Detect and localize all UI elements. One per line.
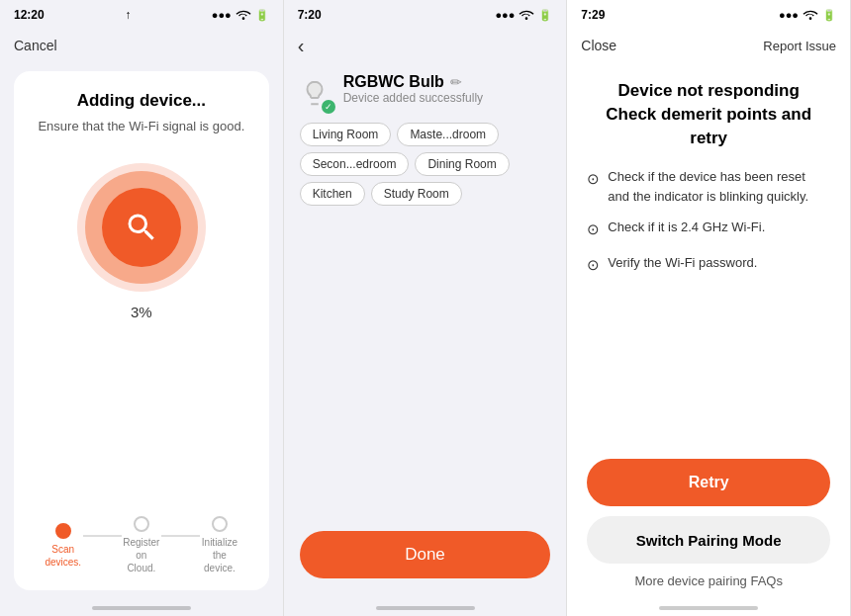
home-indicator-1: [92, 606, 191, 610]
check-text: Verify the Wi-Fi password.: [608, 253, 757, 273]
error-content: Device not responding Check demerit poin…: [567, 63, 850, 598]
status-time-2: 7:20: [298, 8, 322, 22]
adding-device-panel: 12:20 ↑ ●●● 🔋 Cancel Adding device... En…: [0, 0, 284, 616]
search-circle: [102, 188, 181, 267]
status-bar-2: 7:20 ●●● 🔋: [284, 0, 567, 28]
step-label-init: Initializethe device.: [200, 536, 239, 574]
wifi-icon-3: [803, 8, 818, 22]
close-button[interactable]: Close: [581, 38, 616, 53]
retry-button[interactable]: Retry: [587, 459, 830, 506]
check-text: Check if the device has been reset and t…: [608, 167, 830, 206]
room-tag[interactable]: Living Room: [300, 123, 392, 146]
home-indicator-3: [659, 606, 758, 610]
status-arrow-1: ↑: [125, 8, 131, 22]
signal-icon-2: ●●●: [495, 9, 515, 21]
wifi-icon-1: [236, 8, 251, 22]
status-icons-1: ●●● 🔋: [212, 8, 269, 22]
step-label-register: Registeron Cloud.: [122, 536, 161, 574]
step-dot-init: [212, 516, 228, 532]
device-added-panel: 7:20 ●●● 🔋 ‹ ✓ RGBWC Bulb ✏ D: [284, 0, 568, 616]
faq-link[interactable]: More device pairing FAQs: [587, 573, 830, 588]
back-button[interactable]: ‹: [298, 35, 305, 57]
battery-icon-2: 🔋: [538, 9, 552, 22]
card-subtitle: Ensure that the Wi-Fi signal is good.: [38, 119, 244, 133]
error-title-line2: Check demerit points and retry: [606, 105, 811, 147]
status-icons-3: ●●● 🔋: [779, 8, 836, 22]
room-tags: Living RoomMaste...droomSecon...edroomDi…: [300, 123, 551, 206]
search-animation: [77, 163, 206, 292]
report-issue-button[interactable]: Report Issue: [763, 39, 836, 53]
check-list: ⊙Check if the device has been reset and …: [587, 167, 830, 288]
bulb-container: ✓: [300, 78, 335, 114]
status-bar-3: 7:29 ●●● 🔋: [567, 0, 850, 28]
percent-display: 3%: [131, 304, 152, 320]
search-icon: [124, 210, 159, 245]
battery-icon-3: 🔋: [822, 9, 836, 22]
done-button-wrap: Done: [300, 521, 551, 598]
nav-bar-1: Cancel: [0, 28, 283, 63]
step-scan: Scandevices.: [44, 523, 83, 569]
room-tag[interactable]: Secon...edroom: [300, 152, 410, 176]
check-circle-icon: ⊙: [587, 254, 600, 277]
room-tag[interactable]: Dining Room: [415, 152, 509, 176]
device-name-row: RGBWC Bulb ✏: [343, 73, 483, 91]
check-badge: ✓: [322, 100, 335, 114]
device-added-text: Device added successfully: [343, 91, 483, 105]
adding-device-card: Adding device... Ensure that the Wi-Fi s…: [14, 71, 269, 590]
signal-icon-3: ●●●: [779, 9, 799, 21]
step-dot-scan: [55, 523, 71, 539]
nav-bar-2: ‹: [284, 28, 567, 63]
battery-icon-1: 🔋: [255, 9, 269, 22]
step-label-scan: Scandevices.: [45, 543, 81, 569]
step-init: Initializethe device.: [200, 516, 239, 574]
edit-icon[interactable]: ✏: [450, 74, 462, 90]
card-title: Adding device...: [77, 91, 206, 111]
done-button[interactable]: Done: [300, 531, 551, 578]
check-circle-icon: ⊙: [587, 168, 600, 191]
error-title: Device not responding Check demerit poin…: [587, 79, 830, 149]
check-item: ⊙Check if it is 2.4 GHz Wi-Fi.: [587, 218, 830, 241]
check-text: Check if it is 2.4 GHz Wi-Fi.: [608, 218, 765, 237]
error-title-line1: Device not responding: [618, 81, 800, 100]
wifi-icon-2: [519, 8, 534, 22]
home-indicator-2: [376, 606, 475, 610]
device-name-label: RGBWC Bulb: [343, 73, 444, 91]
check-item: ⊙Verify the Wi-Fi password.: [587, 253, 830, 277]
status-time-1: 12:20: [14, 8, 45, 22]
check-circle-icon: ⊙: [587, 219, 600, 241]
check-item: ⊙Check if the device has been reset and …: [587, 167, 830, 206]
room-tag[interactable]: Study Room: [371, 182, 462, 206]
nav-bar-3: Close Report Issue: [567, 28, 850, 63]
action-buttons: Retry Switch Pairing Mode: [587, 459, 830, 564]
device-icon-row: ✓ RGBWC Bulb ✏ Device added successfully: [300, 73, 483, 119]
device-added-content: ✓ RGBWC Bulb ✏ Device added successfully…: [284, 63, 567, 598]
steps-row: Scandevices. Registeron Cloud. Initializ…: [34, 516, 249, 574]
status-time-3: 7:29: [581, 8, 605, 22]
signal-icon-1: ●●●: [212, 9, 232, 21]
switch-pairing-button[interactable]: Switch Pairing Mode: [587, 516, 830, 564]
step-dot-register: [134, 516, 149, 532]
status-bar-1: 12:20 ↑ ●●● 🔋: [0, 0, 283, 28]
cancel-button[interactable]: Cancel: [14, 38, 57, 53]
room-tag[interactable]: Kitchen: [300, 182, 365, 206]
step-line-2: [161, 535, 201, 537]
step-line-1: [83, 535, 123, 537]
status-icons-2: ●●● 🔋: [495, 8, 552, 22]
room-tag[interactable]: Maste...droom: [397, 123, 499, 146]
device-not-responding-panel: 7:29 ●●● 🔋 Close Report Issue Device not…: [567, 0, 851, 616]
step-register: Registeron Cloud.: [122, 516, 161, 574]
